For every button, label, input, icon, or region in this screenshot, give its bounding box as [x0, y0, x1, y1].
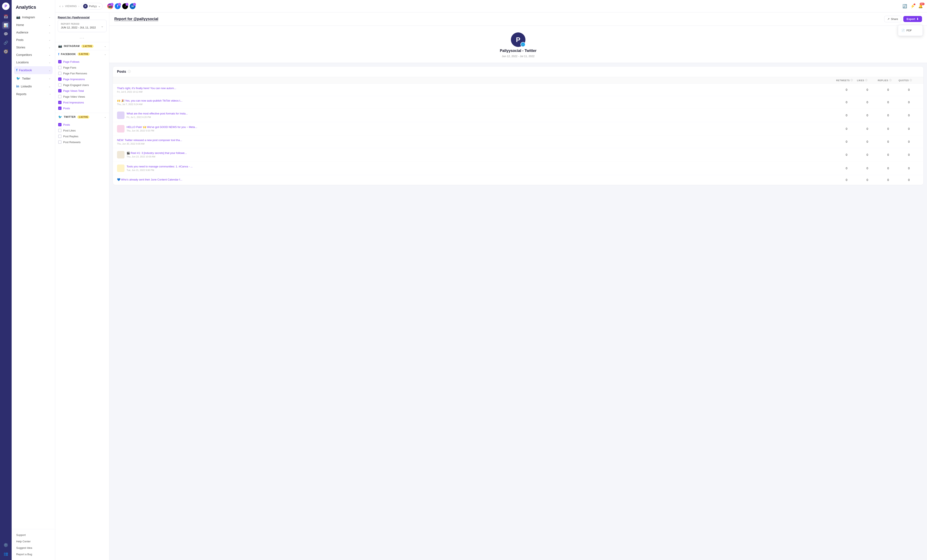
post-link[interactable]: 🎬 Reel #1: 3 [industry secrets] that you…	[126, 152, 187, 155]
post-date: Thu, Jul 7, 2022 9:24 AM	[117, 103, 182, 106]
footer-support[interactable]: Support	[14, 532, 53, 538]
app-logo[interactable]: P	[2, 3, 9, 10]
post-link[interactable]: 💙 Who's already sent their June Content …	[117, 178, 182, 182]
replies-info[interactable]: ⓘ	[889, 79, 892, 82]
platform-icon-tiktok[interactable]: ♪ ✓	[122, 3, 128, 9]
back-arrow[interactable]: ‹	[59, 5, 61, 8]
share-button[interactable]: ↗ Share	[884, 16, 901, 22]
checkbox-page-video-views[interactable]: Page Video Views	[58, 94, 106, 100]
instagram-active-badge: 1 ACTIVE	[81, 45, 94, 48]
checkbox-post-impressions[interactable]: ✓ Post Impressions	[58, 100, 106, 105]
checkbox-page-fans[interactable]: Page Fans	[58, 65, 106, 70]
export-button[interactable]: Export ⬇	[903, 16, 922, 22]
sidebar-item-posts[interactable]: Posts ⌄	[14, 36, 53, 43]
checkbox-page-impressions[interactable]: ✓ Page Impressions	[58, 76, 106, 82]
right-panel: Report for @pallyysocial ↗ Share Export …	[109, 12, 927, 560]
post-link[interactable]: That's right, it's finally here! You can…	[117, 87, 176, 90]
checkbox-page-engaged[interactable]: Page Engaged Users	[58, 82, 106, 88]
sidebar-item-twitter[interactable]: 🐦 Twitter ⌄	[14, 74, 53, 82]
checkbox-page-views-total[interactable]: ✓ Page Views Total	[58, 88, 106, 94]
compass-icon[interactable]: 🧭	[2, 48, 9, 55]
report-period-card: REPORT PERIOD JUN 12, 2022 - JUL 11, 202…	[58, 20, 106, 32]
sidebar-item-linkedin[interactable]: in LinkedIn ⌄	[14, 83, 53, 90]
post-text-wrap: What are the most effective post formats…	[126, 112, 188, 118]
bolt-icon[interactable]: ⚡	[910, 4, 915, 9]
chevron-icon: ⌄	[49, 16, 50, 18]
platform-icon-facebook[interactable]: f ✓	[114, 3, 121, 9]
post-link[interactable]: HELLO Pals! 🙌 We've got GOOD NEWS for yo…	[126, 126, 197, 129]
analytics-icon[interactable]: 📊	[2, 21, 9, 29]
facebook-checkbox-list: ✓ Page Follows Page Fans Page Fan Remove…	[55, 58, 109, 113]
post-quotes: 0	[898, 127, 919, 131]
twitter-section-header[interactable]: 🐦 TWITTER 1 ACTIVE ⌄	[55, 113, 109, 121]
post-quotes: 0	[898, 178, 919, 182]
platform-icon-linkedin[interactable]: in ✓	[129, 3, 136, 9]
pdf-option[interactable]: 📄 PDF	[898, 27, 922, 34]
facebook-section-header[interactable]: f FACEBOOK 5 ACTIVE ⌄	[55, 50, 109, 58]
account-pill[interactable]: P Pallyy ⌄	[81, 3, 103, 9]
checkbox-icon: ✓	[58, 106, 62, 110]
footer-suggest[interactable]: Suggest Idea	[14, 545, 53, 551]
checkbox-tw-post-likes[interactable]: Post Likes	[58, 127, 106, 134]
footer-bug[interactable]: Report a Bug	[14, 551, 53, 557]
sidebar-item-competitors[interactable]: Competitors ⌄	[14, 51, 53, 58]
platform-badge-twitter: 🐦	[520, 42, 526, 47]
checkbox-page-fan-removes[interactable]: Page Fan Removes	[58, 70, 106, 76]
checkbox-tw-post-retweets[interactable]: Post Retweets	[58, 139, 106, 145]
retweets-info[interactable]: ⓘ	[851, 79, 853, 82]
checkbox-tw-posts[interactable]: ✓ Posts	[58, 122, 106, 127]
checkbox-posts[interactable]: ✓ Posts	[58, 105, 106, 111]
sidebar-label-linkedin: LinkedIn	[21, 85, 32, 88]
platform-icon-instagram[interactable]: 📷 ✓	[107, 3, 114, 9]
sidebar-item-locations[interactable]: Locations ⌄	[14, 59, 53, 66]
profile-name: Pallyysocial - Twitter	[500, 49, 536, 53]
period-chevron[interactable]: ⌄	[101, 24, 103, 28]
post-title-cell: 🙌 🎉 Yes, you can now auto-publish TikTok…	[117, 99, 836, 106]
post-link[interactable]: 🙌 🎉 Yes, you can now auto-publish TikTok…	[117, 99, 182, 103]
likes-info[interactable]: ⓘ	[865, 79, 868, 82]
post-retweets: 0	[836, 178, 857, 182]
table-row: HELLO Pals! 🙌 We've got GOOD NEWS for yo…	[113, 122, 924, 136]
col-header-quotes: QUOTES ⓘ	[898, 79, 919, 82]
download-icon: ⬇	[916, 17, 919, 21]
link-icon[interactable]: 🔗	[2, 39, 9, 47]
post-link[interactable]: Tools you need to manage communities: 1.…	[126, 165, 193, 168]
sidebar-item-reports[interactable]: Reports ›	[14, 91, 53, 98]
chevron-icon: ⌄	[49, 39, 50, 41]
checkbox-icon	[58, 135, 62, 138]
checkbox-page-follows[interactable]: ✓ Page Follows	[58, 59, 106, 65]
post-text-wrap: 🙌 🎉 Yes, you can now auto-publish TikTok…	[117, 99, 182, 106]
sidebar-item-audience[interactable]: Audience ⌄	[14, 29, 53, 36]
post-text-wrap: That's right, it's finally here! You can…	[117, 87, 176, 93]
post-replies: 0	[878, 167, 898, 170]
post-thumbnail	[117, 164, 125, 172]
settings-icon[interactable]: ⚙️	[2, 541, 9, 549]
chat-icon[interactable]: 💬	[2, 30, 9, 38]
post-link[interactable]: What are the most effective post formats…	[126, 112, 188, 115]
main-area: ‹ › VIEWING › P Pallyy ⌄ 📷 ✓ f ✓ ♪	[55, 0, 927, 560]
sidebar-item-facebook[interactable]: f Facebook ⌄	[14, 66, 53, 74]
sidebar-item-stories[interactable]: Stories ⌄	[14, 44, 53, 51]
bell-icon[interactable]: 🔔 50+	[918, 4, 923, 9]
posts-table-header: RETWEETS ⓘ LIKES ⓘ REPLIES ⓘ QUOTES	[113, 77, 924, 84]
post-date: Thu, Jun 23, 2022 10:00 AM	[126, 155, 187, 158]
users-icon[interactable]: 👥	[2, 550, 9, 557]
dots-menu[interactable]: ···	[55, 35, 109, 42]
post-date: Fri, Jul 1, 2022 6:20 PM	[126, 116, 188, 118]
post-title-cell: HELLO Pals! 🙌 We've got GOOD NEWS for yo…	[117, 125, 836, 132]
checkbox-icon	[58, 66, 62, 69]
footer-help[interactable]: Help Center	[14, 538, 53, 545]
sidebar-item-home[interactable]: Home ⌄	[14, 21, 53, 29]
calendar-icon[interactable]: 📅	[2, 13, 9, 20]
notification-dot	[914, 3, 915, 5]
instagram-section-header[interactable]: 📷 INSTAGRAM 1 ACTIVE ⌄	[55, 42, 109, 50]
chevron-icon: ⌄	[49, 69, 50, 72]
post-link[interactable]: NEW: Twitter released a new post compose…	[117, 138, 182, 142]
checkbox-tw-post-replies[interactable]: Post Replies	[58, 134, 106, 139]
quotes-info[interactable]: ⓘ	[910, 79, 912, 82]
sidebar-item-instagram[interactable]: 📷 Instagram ⌄	[14, 13, 53, 21]
checkbox-icon	[58, 83, 62, 87]
posts-info-icon[interactable]: ⓘ	[128, 70, 131, 74]
forward-arrow[interactable]: ›	[62, 5, 63, 8]
refresh-icon[interactable]: 🔄	[903, 4, 907, 9]
